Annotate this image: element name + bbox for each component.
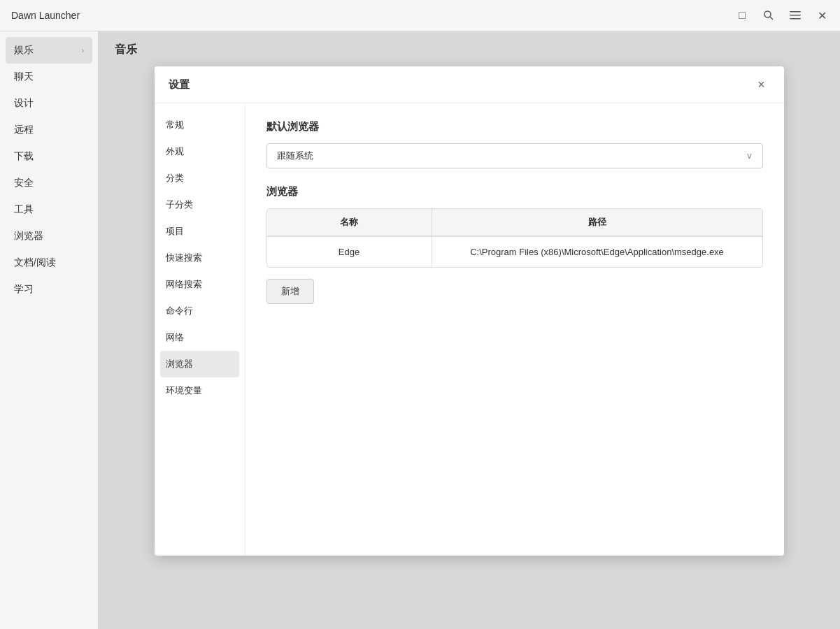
settings-sidebar: 常规 外观 分类 子分类 项目: [155, 103, 245, 556]
sidebar-item-tools[interactable]: 工具: [0, 196, 98, 223]
sidebar-item-label: 工具: [14, 203, 34, 216]
sidebar-item-study[interactable]: 学习: [0, 276, 98, 303]
close-icon[interactable]: ✕: [815, 8, 829, 22]
settings-nav-websearch[interactable]: 网络搜索: [155, 271, 245, 298]
svg-point-0: [764, 11, 771, 17]
sidebar-item-label: 聊天: [14, 71, 34, 83]
sidebar-item-label: 文档/阅读: [14, 256, 56, 269]
svg-rect-4: [790, 18, 801, 20]
sidebar-item-chat[interactable]: 聊天: [0, 64, 98, 90]
settings-nav-category[interactable]: 分类: [155, 165, 245, 191]
sidebar-item-entertainment[interactable]: 娱乐 ›: [6, 37, 92, 64]
settings-nav-item[interactable]: 项目: [155, 218, 245, 245]
sidebar-item-docs[interactable]: 文档/阅读: [0, 250, 98, 276]
sidebar-item-label: 娱乐: [14, 44, 34, 57]
sidebar-item-design[interactable]: 设计: [0, 90, 98, 117]
sidebar-item-download[interactable]: 下载: [0, 143, 98, 170]
titlebar-right: □ ✕: [735, 8, 829, 22]
table-cell-name: Edge: [267, 237, 432, 267]
chevron-right-icon: ›: [82, 47, 84, 55]
restore-icon[interactable]: □: [735, 8, 749, 22]
browser-list-title: 浏览器: [266, 185, 763, 198]
sidebar-item-security[interactable]: 安全: [0, 170, 98, 196]
sidebar: 娱乐 › 聊天 设计 远程 下载 安全 工具 浏览器 文档/阅读 学习: [0, 31, 98, 629]
settings-nav-network[interactable]: 网络: [155, 324, 245, 351]
svg-line-1: [770, 17, 773, 20]
menu-icon[interactable]: [788, 8, 802, 22]
settings-nav-quicksearch[interactable]: 快速搜索: [155, 245, 245, 271]
titlebar-left: Dawn Launcher: [11, 10, 80, 21]
modal-overlay: 设置 × 常规 外观 分类: [98, 31, 840, 629]
sidebar-item-remote[interactable]: 远程: [0, 117, 98, 143]
app-title: Dawn Launcher: [11, 10, 80, 21]
table-row[interactable]: Edge C:\Program Files (x86)\Microsoft\Ed…: [267, 236, 762, 267]
dialog-header: 设置 ×: [155, 66, 784, 103]
content-area: 音乐 设置 × 常规 外观: [98, 31, 840, 629]
browser-table: 名称 路径 Edge C:\Program Files (x86)\Micros…: [266, 208, 763, 268]
settings-nav-browser[interactable]: 浏览器: [160, 351, 239, 377]
settings-nav-general[interactable]: 常规: [155, 112, 245, 138]
svg-rect-2: [790, 11, 801, 13]
settings-nav-envvars[interactable]: 环境变量: [155, 377, 245, 404]
svg-rect-3: [790, 15, 801, 16]
settings-nav-appearance[interactable]: 外观: [155, 138, 245, 165]
sidebar-item-label: 远程: [14, 124, 34, 136]
dialog-body: 常规 外观 分类 子分类 项目: [155, 103, 784, 556]
settings-dialog: 设置 × 常规 外观 分类: [155, 66, 784, 556]
sidebar-item-label: 安全: [14, 177, 34, 189]
main-layout: 娱乐 › 聊天 设计 远程 下载 安全 工具 浏览器 文档/阅读 学习: [0, 31, 840, 629]
settings-nav-cmdline[interactable]: 命令行: [155, 298, 245, 324]
settings-nav-subcategory[interactable]: 子分类: [155, 191, 245, 218]
add-browser-button[interactable]: 新增: [266, 279, 314, 304]
sidebar-item-label: 设计: [14, 97, 34, 110]
sidebar-item-label: 下载: [14, 150, 34, 163]
dialog-title: 设置: [169, 78, 190, 92]
table-header-name: 名称: [267, 209, 432, 236]
search-icon[interactable]: [762, 8, 776, 22]
sidebar-item-label: 浏览器: [14, 230, 43, 243]
default-browser-dropdown[interactable]: 跟随系统 ∨: [266, 143, 763, 168]
table-cell-path: C:\Program Files (x86)\Microsoft\Edge\Ap…: [432, 237, 762, 267]
sidebar-item-browser[interactable]: 浏览器: [0, 223, 98, 250]
chevron-down-icon: ∨: [746, 151, 753, 161]
settings-content: 默认浏览器 跟随系统 ∨ 浏览器 名称 路径: [245, 103, 784, 556]
dialog-close-button[interactable]: ×: [753, 76, 770, 93]
titlebar: Dawn Launcher □ ✕: [0, 0, 840, 31]
dropdown-value: 跟随系统: [277, 150, 313, 162]
sidebar-item-label: 学习: [14, 283, 34, 296]
browser-table-header: 名称 路径: [267, 209, 762, 236]
table-header-path: 路径: [432, 209, 762, 236]
default-browser-title: 默认浏览器: [266, 120, 763, 133]
